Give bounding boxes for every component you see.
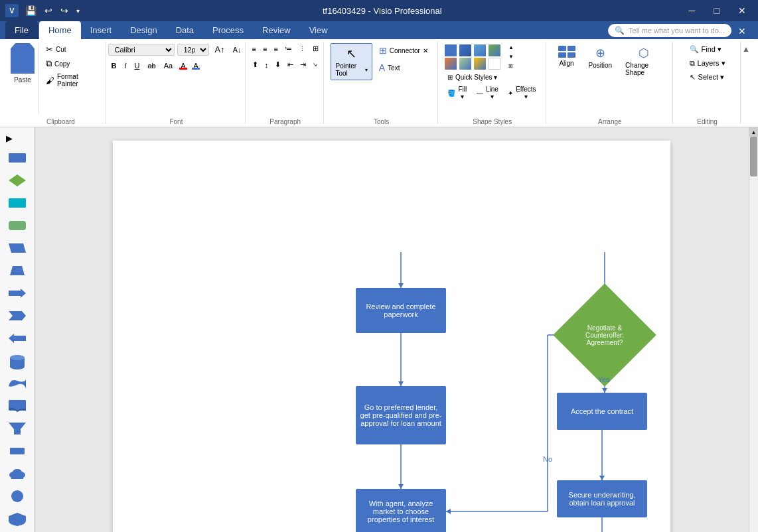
shape-parallelogram[interactable] xyxy=(1,237,33,259)
tab-data[interactable]: Data xyxy=(167,21,203,39)
shape-diamond[interactable] xyxy=(1,170,33,191)
text-tool-button[interactable]: A Text xyxy=(375,60,432,75)
tab-design[interactable]: Design xyxy=(121,21,166,39)
undo-button[interactable]: ↩ xyxy=(42,4,55,17)
ribbon: File Home Insert Design Data Process Rev… xyxy=(0,21,758,39)
shape-cloud[interactable] xyxy=(1,463,33,484)
align-left-button[interactable]: ≡ xyxy=(250,44,258,54)
line-button[interactable]: —Line ▾ xyxy=(474,84,503,101)
tab-insert[interactable]: Insert xyxy=(81,21,121,39)
font-decrease-button[interactable]: A↓ xyxy=(230,44,244,55)
style-swatch-5[interactable] xyxy=(445,58,457,70)
align-button[interactable]: Align xyxy=(553,43,581,70)
flow-box-1[interactable]: Review and complete paperwork xyxy=(356,288,446,333)
minimize-button[interactable]: ─ xyxy=(682,3,702,19)
close-button[interactable]: ✕ xyxy=(731,3,753,19)
italic-button[interactable]: I xyxy=(121,60,129,71)
quick-styles-button[interactable]: ▲ xyxy=(506,43,516,52)
style-swatch-1[interactable] xyxy=(445,44,457,56)
quick-styles-dropdown-button[interactable]: ⊞Quick Styles ▾ xyxy=(445,72,540,82)
tab-process[interactable]: Process xyxy=(203,21,253,39)
font-increase-button[interactable]: A↑ xyxy=(212,43,227,56)
strikethrough-button[interactable]: ab xyxy=(145,60,158,71)
format-painter-button[interactable]: 🖌 Format Painter xyxy=(43,72,98,89)
select-button[interactable]: ↖Select ▾ xyxy=(686,71,729,84)
align-right-button[interactable]: ≡ xyxy=(271,44,279,54)
align-bottom-button[interactable]: ⬇ xyxy=(273,59,283,70)
style-swatch-2[interactable] xyxy=(459,44,471,56)
numbered-list-button[interactable]: ⋮ xyxy=(297,43,308,54)
maximize-button[interactable]: □ xyxy=(708,3,726,19)
align-top-button[interactable]: ⬆ xyxy=(250,59,260,70)
shape-document[interactable] xyxy=(1,395,33,417)
style-swatch-6[interactable] xyxy=(459,58,471,70)
font-size-select[interactable]: 12pt. xyxy=(177,44,209,56)
align-center-button[interactable]: ≡ xyxy=(261,44,269,54)
flow-box-6[interactable]: Secure underwriting, obtain loan approva… xyxy=(557,480,647,517)
flow-box-5[interactable]: Accept the contract xyxy=(557,393,647,430)
quick-styles-expand-button[interactable]: ⊞ xyxy=(506,62,516,70)
tab-file[interactable]: File xyxy=(5,21,38,39)
shape-arrow-right[interactable] xyxy=(1,283,33,304)
tab-home[interactable]: Home xyxy=(39,21,81,39)
shape-chevron[interactable] xyxy=(1,305,33,326)
shape-arrow-left[interactable] xyxy=(1,328,33,349)
search-box[interactable]: 🔍 Tell me what you want to do... xyxy=(608,24,731,37)
layers-button[interactable]: ⧉Layers ▾ xyxy=(686,57,729,70)
para-expand-button[interactable]: ↘ xyxy=(311,60,319,69)
quick-styles-down-button[interactable]: ▼ xyxy=(506,52,516,61)
indent-left-button[interactable]: ⇤ xyxy=(285,59,295,70)
bullet-list-button[interactable]: ≔ xyxy=(283,43,294,54)
clipboard-group: Paste ✂ Cut ⧉ Copy 🖌 Format Painter Clip… xyxy=(5,42,106,124)
change-shape-button[interactable]: ⬡ Change Shape xyxy=(620,43,667,79)
style-swatch-8[interactable] xyxy=(489,58,500,70)
shape-rounded-rect[interactable] xyxy=(1,215,33,236)
pointer-tool-button[interactable]: ↖ Pointer Tool ▾ xyxy=(331,43,372,80)
shape-cylinder[interactable] xyxy=(1,350,33,371)
font-color-aa-button[interactable]: Aa xyxy=(161,60,175,71)
canvas-scroll[interactable]: Review and complete paperwork Go to pref… xyxy=(35,127,749,532)
cut-button[interactable]: ✂ Cut xyxy=(43,43,98,56)
shape-funnel[interactable] xyxy=(1,418,33,439)
style-swatch-7[interactable] xyxy=(474,58,486,70)
para-more-button[interactable]: ⊞ xyxy=(311,43,321,54)
save-button[interactable]: 💾 xyxy=(23,4,39,17)
flow-box-2[interactable]: Go to preferred lender, get pre-qualifie… xyxy=(356,386,446,444)
shape-teal-rect[interactable] xyxy=(1,192,33,214)
scroll-track-v[interactable] xyxy=(749,137,758,532)
tab-review[interactable]: Review xyxy=(253,21,300,39)
shape-small-rect[interactable] xyxy=(1,440,33,462)
bold-button[interactable]: B xyxy=(108,60,119,71)
flow-box-3[interactable]: With agent, analyze market to choose pro… xyxy=(356,489,446,532)
font-color-button[interactable]: A xyxy=(178,60,188,71)
shape-rectangle[interactable] xyxy=(1,147,33,168)
scroll-thumb-v[interactable] xyxy=(750,137,757,176)
copy-button[interactable]: ⧉ Copy xyxy=(43,57,98,70)
font-highlight-button[interactable]: A xyxy=(190,60,200,71)
shape-tape[interactable] xyxy=(1,373,33,394)
shape-shield[interactable] xyxy=(1,508,33,529)
search-placeholder: Tell me what you want to do... xyxy=(629,27,725,34)
tab-view[interactable]: View xyxy=(300,21,337,39)
svg-marker-33 xyxy=(599,476,605,480)
style-swatch-3[interactable] xyxy=(474,44,486,56)
flow-diamond-1[interactable]: Negotiate & Counteroffer: Agreement? xyxy=(568,299,641,371)
position-button[interactable]: ⊕ Position xyxy=(583,43,618,72)
underline-button[interactable]: U xyxy=(131,60,142,71)
align-middle-button[interactable]: ↕ xyxy=(263,60,271,70)
panel-expand-button[interactable]: ▶ xyxy=(1,130,17,146)
redo-button[interactable]: ↪ xyxy=(58,4,71,17)
scroll-up-button[interactable]: ▲ xyxy=(749,127,759,137)
ribbon-close-button[interactable]: ✕ xyxy=(731,23,753,39)
fill-button[interactable]: 🪣Fill ▾ xyxy=(445,84,471,101)
connector-button[interactable]: ⊞ Connector ✕ xyxy=(375,43,432,58)
effects-button[interactable]: ✦Effects ▾ xyxy=(505,84,540,101)
shape-trapezoid[interactable] xyxy=(1,260,33,281)
qa-dropdown-button[interactable]: ▾ xyxy=(74,4,82,17)
style-swatch-4[interactable] xyxy=(489,44,500,56)
find-button[interactable]: 🔍Find ▾ xyxy=(686,43,729,56)
ribbon-collapse-button[interactable]: ▲ xyxy=(742,44,750,54)
font-name-select[interactable]: Calibri xyxy=(108,44,175,56)
indent-right-button[interactable]: ⇥ xyxy=(298,59,308,70)
shape-circle[interactable] xyxy=(1,486,33,507)
